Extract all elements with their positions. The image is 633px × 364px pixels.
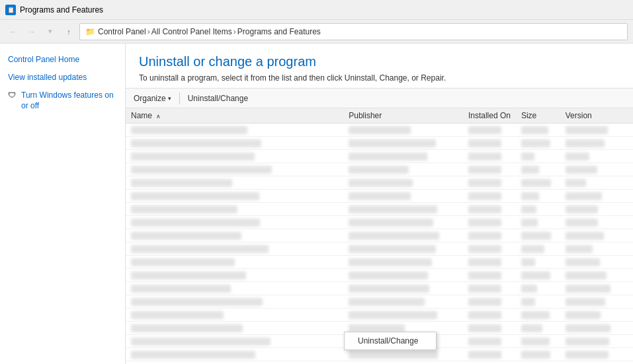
col-header-installed[interactable]: Installed On <box>463 108 516 124</box>
program-installed-date: 8/26/2020 <box>463 361 516 365</box>
uninstall-change-button[interactable]: Uninstall/Change <box>185 92 251 104</box>
breadcrumb-programs[interactable]: Programs and Features <box>237 27 321 36</box>
content-area: Uninstall or change a program To uninsta… <box>126 44 633 364</box>
name-sort-arrow: ∧ <box>156 113 161 120</box>
table-row[interactable] <box>126 176 633 190</box>
sidebar: Control Panel Home View installed update… <box>0 44 126 364</box>
table-row[interactable] <box>126 229 633 242</box>
table-header-row: Name ∧ Publisher Installed On Size <box>126 108 633 124</box>
program-publisher: Microsoft Corporation <box>343 361 463 365</box>
toolbar: Organize ▾ Uninstall/Change <box>126 89 633 108</box>
sidebar-windows-features[interactable]: Turn Windows features on or off <box>21 90 117 112</box>
table-row[interactable] <box>126 163 633 176</box>
table-row[interactable] <box>126 203 633 216</box>
main-container: Control Panel Home View installed update… <box>0 44 633 364</box>
toolbar-separator <box>179 92 180 104</box>
content-header: Uninstall or change a program To uninsta… <box>126 44 633 89</box>
address-bar[interactable]: 📁 Control Panel › All Control Panel Item… <box>79 23 628 40</box>
context-menu-uninstall[interactable]: Uninstall/Change <box>345 332 436 349</box>
organize-label: Organize <box>134 94 166 103</box>
table-row[interactable] <box>126 269 633 282</box>
table-row[interactable] <box>126 295 633 309</box>
organize-dropdown-icon: ▾ <box>168 95 171 102</box>
forward-button[interactable]: → <box>24 24 40 40</box>
page-title: Uninstall or change a program <box>139 54 620 69</box>
col-header-version[interactable]: Version <box>560 108 633 124</box>
back-icon: ← <box>10 28 17 36</box>
recent-button[interactable]: ▾ <box>42 24 58 40</box>
title-bar-icon: 📋 <box>5 5 16 15</box>
breadcrumb-all-items[interactable]: All Control Panel Items <box>151 27 232 36</box>
recent-icon: ▾ <box>48 27 52 36</box>
context-menu: Uninstall/Change <box>344 332 437 350</box>
nav-bar: ← → ▾ ↑ 📁 Control Panel › All Control Pa… <box>0 20 633 44</box>
table-row[interactable]: Microsoft Visual C++ 2015-2019 Redistrib… <box>126 361 633 365</box>
separator-1: › <box>148 27 150 36</box>
programs-table: Name ∧ Publisher Installed On Size <box>126 108 633 364</box>
shield-icon: 🛡 <box>8 91 19 101</box>
uninstall-change-label: Uninstall/Change <box>188 94 248 103</box>
program-size: 20.1 MB <box>516 361 560 365</box>
back-button[interactable]: ← <box>5 24 21 40</box>
organize-button[interactable]: Organize ▾ <box>131 92 174 104</box>
col-header-size[interactable]: Size <box>516 108 560 124</box>
col-header-name[interactable]: Name ∧ <box>126 108 343 124</box>
table-row[interactable] <box>126 216 633 229</box>
forward-icon: → <box>28 28 36 36</box>
table-row[interactable] <box>126 124 633 137</box>
table-row[interactable] <box>126 242 633 256</box>
table-row[interactable] <box>126 190 633 203</box>
title-bar-text: Programs and Features <box>20 5 103 15</box>
table-row[interactable] <box>126 282 633 295</box>
col-header-publisher[interactable]: Publisher <box>343 108 463 124</box>
table-row[interactable] <box>126 137 633 150</box>
program-version: 14.20.27508.1 <box>560 361 633 365</box>
separator-2: › <box>233 27 236 36</box>
table-row[interactable] <box>126 150 633 163</box>
up-icon: ↑ <box>67 28 71 36</box>
table-row[interactable] <box>126 256 633 269</box>
table-row[interactable] <box>126 309 633 322</box>
sidebar-view-updates[interactable]: View installed updates <box>8 72 117 83</box>
up-button[interactable]: ↑ <box>61 24 77 40</box>
breadcrumb-control-panel[interactable]: Control Panel <box>98 27 146 36</box>
sidebar-windows-features-container: 🛡 Turn Windows features on or off <box>8 90 117 112</box>
page-subtitle: To uninstall a program, select it from t… <box>139 73 620 83</box>
sidebar-control-panel-home[interactable]: Control Panel Home <box>8 54 117 65</box>
folder-icon: 📁 <box>85 27 95 36</box>
table-container[interactable]: Name ∧ Publisher Installed On Size <box>126 108 633 364</box>
title-bar: 📋 Programs and Features <box>0 0 633 20</box>
